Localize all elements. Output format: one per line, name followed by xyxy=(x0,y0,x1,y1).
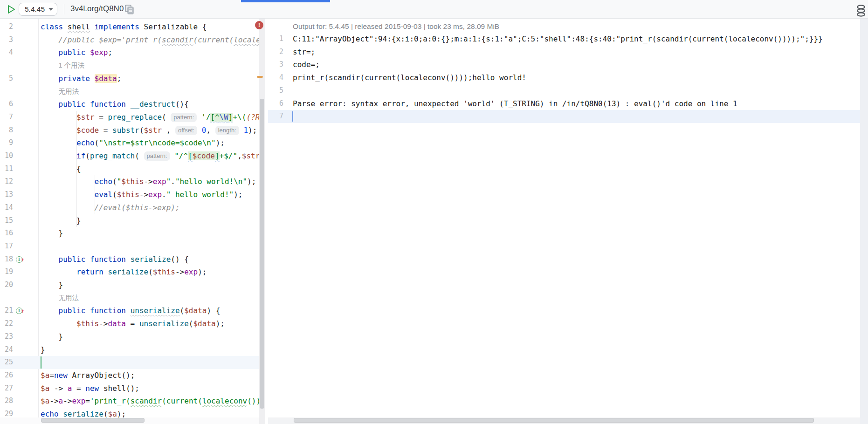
line-number: 2 xyxy=(0,21,13,34)
code-line-12[interactable]: 12echo("$this->exp"."hello world!\n"); xyxy=(0,175,259,188)
code-line-25[interactable]: 25 xyxy=(0,356,259,369)
line-number: 15 xyxy=(0,214,13,227)
inspections-error-badge[interactable]: ! xyxy=(255,21,263,29)
code-text: return serialize($this->exp); xyxy=(76,266,207,279)
code-text: $this->data = unserialize($data); xyxy=(76,317,225,330)
parameter-hint-pill: pattern: xyxy=(144,151,170,161)
output-text: code=; xyxy=(293,58,320,71)
code-line-27[interactable]: 27$a -> a = new shell(); xyxy=(0,382,259,395)
output-vertical-scrollbar-track[interactable] xyxy=(860,19,868,424)
code-text: } xyxy=(59,227,63,240)
code-text: echo("$this->exp"."hello world!\n"); xyxy=(95,175,256,188)
line-number: 24 xyxy=(0,343,13,356)
parameter-hint-pill: offset: xyxy=(175,126,197,135)
line-number: 10 xyxy=(0,150,13,163)
code-line-8[interactable]: 8$code = substr($str , offset: 0, length… xyxy=(0,124,259,137)
line-number: 7 xyxy=(0,111,13,124)
app-window: 5.4.45 3v4l.org/tQ8N0 2class shell imple… xyxy=(0,0,868,424)
code-text: if(preg_match( pattern: "/^[$code]+$/",$… xyxy=(76,150,259,163)
output-line-number: 7 xyxy=(268,110,283,123)
editor-horizontal-scrollbar-thumb[interactable] xyxy=(41,418,145,423)
output-line-number: 4 xyxy=(268,71,283,84)
code-text: public $exp; xyxy=(59,46,113,59)
code-line-6[interactable]: 6public function __destruct(){ xyxy=(0,98,259,111)
output-horizontal-scrollbar-thumb[interactable] xyxy=(294,418,814,423)
run-button[interactable] xyxy=(6,4,16,14)
code-line-11[interactable]: 11{ xyxy=(0,163,259,176)
line-number: 17 xyxy=(0,240,13,253)
usage-hint[interactable]: 无用法 xyxy=(59,85,79,98)
editor-vertical-scrollbar-thumb[interactable] xyxy=(260,99,264,409)
code-text: { xyxy=(76,163,81,176)
code-text: public function unserialize($data) { xyxy=(59,304,220,317)
code-line-23[interactable]: 23} xyxy=(0,330,259,343)
implements-method-gutter-icon[interactable]: I↑ xyxy=(16,255,25,264)
line-number: 5 xyxy=(0,72,13,85)
line-number: 22 xyxy=(0,317,13,330)
code-line-15[interactable]: 15} xyxy=(0,214,259,227)
line-number: 8 xyxy=(0,124,13,137)
line-number: 26 xyxy=(0,369,13,382)
line-number: 19 xyxy=(0,266,13,279)
code-line-7[interactable]: 7$str = preg_replace( pattern: '/[^\W]+\… xyxy=(0,111,259,124)
usage-hint[interactable]: 无用法 xyxy=(59,292,79,305)
code-line-10[interactable]: 10if(preg_match( pattern: "/^[$code]+$/"… xyxy=(0,150,259,163)
code-line-18[interactable]: 18I↑public function serialize() { xyxy=(0,253,259,266)
toolbar: 5.4.45 3v4l.org/tQ8N0 xyxy=(0,0,868,19)
inlay-hint-row[interactable]: 无用法 xyxy=(0,292,259,305)
code-line-14[interactable]: 14//eval($this->exp); xyxy=(0,201,259,214)
inlay-hint-row[interactable]: 1 个用法 xyxy=(0,59,259,72)
code-line-19[interactable]: 19return serialize($this->exp); xyxy=(0,266,259,279)
output-pane[interactable]: Output for: 5.4.45 | released 2015-09-03… xyxy=(268,19,860,424)
code-text: public function __destruct(){ xyxy=(59,98,189,111)
output-line-1: 1C:11:"ArrayObject":94:{x:i:0;a:0:{};m:a… xyxy=(268,33,860,46)
line-number: 28 xyxy=(0,395,13,408)
database-icon[interactable] xyxy=(856,5,866,17)
code-line-26[interactable]: 26$a=new ArrayObject(); xyxy=(0,369,259,382)
parameter-hint-pill: length: xyxy=(215,126,239,135)
output-text: Parse error: syntax error, unexpected 'w… xyxy=(293,97,737,110)
line-number: 20 xyxy=(0,279,13,292)
line-number: 14 xyxy=(0,201,13,214)
output-caret xyxy=(292,111,293,122)
warning-stripe-mark[interactable] xyxy=(257,76,263,78)
code-editor[interactable]: 2class shell implements Serializable {3/… xyxy=(0,19,259,424)
line-number: 27 xyxy=(0,382,13,395)
code-text: $str = preg_replace( pattern: '/[^\W]+\(… xyxy=(76,111,259,124)
code-text: private $data; xyxy=(59,72,122,85)
code-line-13[interactable]: 13eval($this->exp." hello world!"); xyxy=(0,188,259,201)
copy-icon[interactable] xyxy=(125,5,134,14)
code-line-4[interactable]: 4public $exp; xyxy=(0,46,259,59)
code-line-16[interactable]: 16} xyxy=(0,227,259,240)
version-dropdown[interactable]: 5.4.45 xyxy=(19,3,57,16)
code-text: echo("\nstr=$str\ncode=$code\n"); xyxy=(76,137,225,150)
code-line-17[interactable]: 17 xyxy=(0,240,259,253)
inlay-hint-row[interactable]: 无用法 xyxy=(0,85,259,98)
code-line-2[interactable]: 2class shell implements Serializable { xyxy=(0,21,259,34)
code-line-21[interactable]: 21I↑public function unserialize($data) { xyxy=(0,304,259,317)
parameter-hint-pill: pattern: xyxy=(171,113,197,122)
code-line-5[interactable]: 5private $data; xyxy=(0,72,259,85)
code-text: $a->a->exp='print_r(scandir(current(loca… xyxy=(41,395,259,408)
code-line-28[interactable]: 28$a->a->exp='print_r(scandir(current(lo… xyxy=(0,395,259,408)
line-number: 9 xyxy=(0,137,13,150)
code-text: } xyxy=(76,214,81,227)
code-text: $code = substr($str , offset: 0, length:… xyxy=(76,124,257,137)
usage-hint[interactable]: 1 个用法 xyxy=(59,59,85,72)
output-line-number: 3 xyxy=(268,58,283,71)
line-number: 16 xyxy=(0,227,13,240)
code-line-3[interactable]: 3//public $exp='print_r(scandir(current(… xyxy=(0,34,259,47)
line-number: 4 xyxy=(0,46,13,59)
code-line-22[interactable]: 22$this->data = unserialize($data); xyxy=(0,317,259,330)
output-line-6: 6Parse error: syntax error, unexpected '… xyxy=(268,97,860,110)
code-line-9[interactable]: 9echo("\nstr=$str\ncode=$code\n"); xyxy=(0,137,259,150)
output-line-3: 3code=; xyxy=(268,58,860,71)
line-number: 23 xyxy=(0,330,13,343)
code-line-20[interactable]: 20} xyxy=(0,279,259,292)
line-number: 21 xyxy=(0,304,13,317)
code-line-24[interactable]: 24} xyxy=(0,343,259,356)
line-number: 13 xyxy=(0,188,13,201)
implements-method-gutter-icon[interactable]: I↑ xyxy=(16,307,25,315)
code-text: $a -> a = new shell(); xyxy=(41,382,139,395)
output-text: str=; xyxy=(293,46,315,59)
